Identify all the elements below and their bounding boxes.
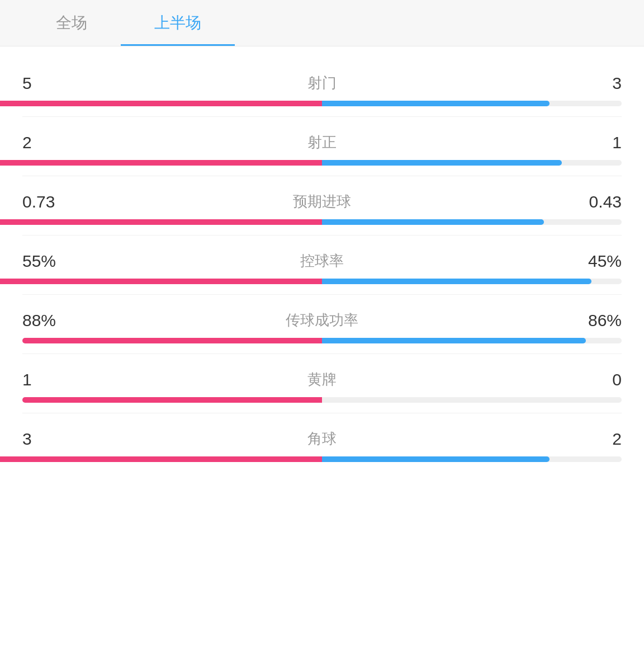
- tab-bar: 全场上半场: [0, 0, 644, 46]
- stat-right-value-corners: 2: [577, 430, 622, 449]
- bar-right-pass-success: [322, 338, 586, 343]
- stat-label-corners: 角球: [307, 429, 337, 449]
- stat-label-shots-on-target: 射正: [307, 133, 337, 152]
- stat-left-value-xg: 0.73: [22, 192, 67, 211]
- tab-first-half[interactable]: 上半场: [121, 0, 235, 46]
- stat-label-possession: 控球率: [300, 251, 344, 271]
- stat-row-pass-success: 88%传球成功率86%: [22, 295, 622, 354]
- stat-left-value-yellow-cards: 1: [22, 370, 67, 389]
- stat-row-yellow-cards: 1黄牌0: [22, 354, 622, 413]
- stat-right-value-possession: 45%: [577, 252, 622, 271]
- stat-right-value-yellow-cards: 0: [577, 370, 622, 389]
- stat-label-shots: 射门: [307, 73, 337, 93]
- stat-bar-possession: [22, 279, 622, 284]
- bar-right-shots: [322, 101, 550, 106]
- bar-right-xg: [322, 219, 544, 225]
- stat-row-possession: 55%控球率45%: [22, 235, 622, 295]
- stat-left-value-possession: 55%: [22, 252, 67, 271]
- stat-row-corners: 3角球2: [22, 413, 622, 472]
- stat-bar-shots-on-target: [22, 160, 622, 166]
- stat-right-value-shots-on-target: 1: [577, 133, 622, 152]
- bar-left-xg: [0, 219, 322, 225]
- stats-container: 5射门32射正10.73预期进球0.4355%控球率45%88%传球成功率86%…: [0, 46, 644, 483]
- stat-left-value-corners: 3: [22, 430, 67, 449]
- stat-left-value-pass-success: 88%: [22, 311, 67, 330]
- stat-row-shots-on-target: 2射正1: [22, 117, 622, 176]
- bar-right-possession: [322, 279, 591, 284]
- bar-right-shots-on-target: [322, 160, 562, 166]
- bar-left-possession: [0, 279, 322, 284]
- bar-left-pass-success: [22, 338, 322, 343]
- stat-row-shots: 5射门3: [22, 58, 622, 117]
- stat-bar-corners: [22, 456, 622, 462]
- stat-right-value-shots: 3: [577, 74, 622, 93]
- stat-left-value-shots-on-target: 2: [22, 133, 67, 152]
- stat-right-value-xg: 0.43: [577, 192, 622, 211]
- bar-left-yellow-cards: [22, 397, 322, 403]
- stat-left-value-shots: 5: [22, 74, 67, 93]
- bar-right-corners: [322, 456, 550, 462]
- stat-label-yellow-cards: 黄牌: [307, 370, 337, 389]
- stat-right-value-pass-success: 86%: [577, 311, 622, 330]
- bar-left-shots-on-target: [0, 160, 322, 166]
- stat-bar-shots: [22, 101, 622, 106]
- tab-full[interactable]: 全场: [22, 0, 121, 46]
- stat-row-xg: 0.73预期进球0.43: [22, 176, 622, 235]
- stat-label-xg: 预期进球: [293, 192, 351, 211]
- bar-left-corners: [0, 456, 322, 462]
- stat-bar-yellow-cards: [22, 397, 622, 403]
- stat-bar-pass-success: [22, 338, 622, 343]
- stat-bar-xg: [22, 219, 622, 225]
- stat-label-pass-success: 传球成功率: [286, 310, 358, 330]
- bar-left-shots: [0, 101, 322, 106]
